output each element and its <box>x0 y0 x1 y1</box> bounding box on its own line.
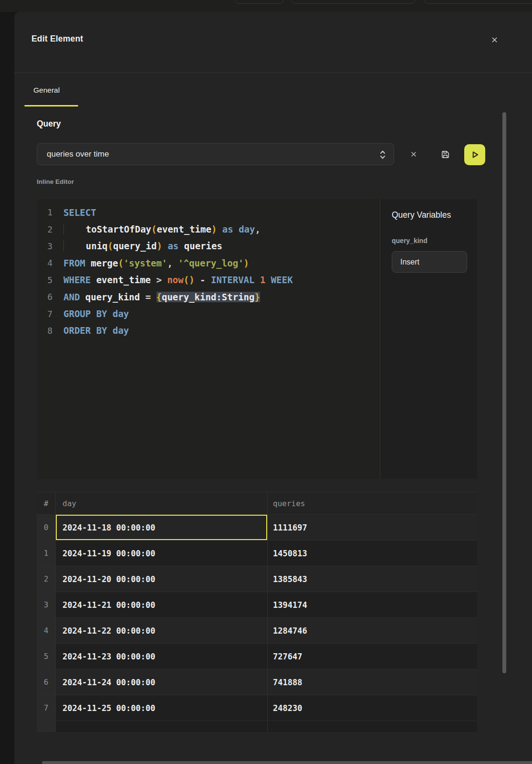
queries-cell[interactable]: 1450813 <box>267 541 477 566</box>
active-tab-underline <box>24 105 78 106</box>
close-icon <box>490 36 499 44</box>
inline-editor-label: Inline Editor <box>37 178 74 185</box>
insert-variable-button[interactable]: Insert <box>392 251 467 273</box>
table-row: 72024-11-25 00:00:00248230 <box>37 695 477 721</box>
row-index-cell[interactable]: 5 <box>37 644 56 669</box>
header-divider <box>14 73 532 73</box>
vertical-scrollbar-thumb[interactable] <box>502 112 506 673</box>
code-line[interactable]: 8ORDER BY day <box>37 322 380 339</box>
line-number: 7 <box>37 309 52 319</box>
code-line[interactable]: 6AND query_kind = {query_kind:String} <box>37 288 380 305</box>
code-line[interactable]: 5WHERE event_time > now() - INTERVAL 1 W… <box>37 272 380 288</box>
results-table: # day queries 02024-11-18 00:00:00111169… <box>37 492 477 732</box>
day-cell[interactable]: 2024-11-20 00:00:00 <box>56 566 267 592</box>
footer-queries <box>267 721 477 732</box>
inline-editor-panel: 1SELECT2 toStartOfDay(event_time) as day… <box>37 199 477 479</box>
queries-cell[interactable]: 727647 <box>267 644 477 669</box>
day-cell[interactable]: 2024-11-21 00:00:00 <box>56 592 267 617</box>
app-root: { "colors": { "accent_yellow": "#dce24e"… <box>0 0 532 764</box>
tab-label: General <box>33 86 60 95</box>
floppy-disk-icon <box>440 149 451 160</box>
table-row: 02024-11-18 00:00:001111697 <box>37 514 477 540</box>
query-section-heading: Query <box>37 119 61 129</box>
row-index-cell[interactable]: 0 <box>37 515 56 540</box>
clear-query-button[interactable] <box>405 146 422 163</box>
modal-title: Edit Element <box>31 34 83 44</box>
save-query-button[interactable] <box>437 146 454 163</box>
column-header-day: day <box>56 492 267 514</box>
queries-cell[interactable]: 1394174 <box>267 592 477 617</box>
run-query-button[interactable] <box>464 144 485 165</box>
queries-cell[interactable]: 1385843 <box>267 566 477 592</box>
column-header-index: # <box>37 492 56 514</box>
row-index-cell[interactable]: 1 <box>37 541 56 566</box>
query-select[interactable]: queries over time <box>37 143 394 165</box>
table-row: 42024-11-22 00:00:001284746 <box>37 617 477 643</box>
column-header-queries: queries <box>267 492 477 514</box>
line-number: 4 <box>37 258 52 268</box>
play-icon <box>469 149 481 161</box>
clear-x-icon <box>410 150 417 158</box>
code-line[interactable]: 3 uniq(query_id) as queries <box>37 238 380 255</box>
row-index-cell[interactable]: 2 <box>37 566 56 592</box>
row-index-cell[interactable]: 6 <box>37 669 56 695</box>
table-row: 12024-11-19 00:00:001450813 <box>37 540 477 566</box>
close-button[interactable] <box>488 33 501 46</box>
day-cell[interactable]: 2024-11-24 00:00:00 <box>56 669 267 695</box>
table-row: 52024-11-23 00:00:00727647 <box>37 643 477 669</box>
code-line[interactable]: 7GROUP BY day <box>37 305 380 322</box>
table-footer-strip <box>37 721 477 732</box>
queries-cell[interactable]: 248230 <box>267 695 477 721</box>
line-number: 8 <box>37 326 52 336</box>
queries-cell[interactable]: 1111697 <box>267 515 477 540</box>
line-number: 1 <box>37 207 52 217</box>
query-variables-panel: Query Variables query_kind Insert <box>380 199 477 479</box>
variable-name-label: query_kind <box>392 237 467 244</box>
code-line[interactable]: 2 toStartOfDay(event_time) as day, <box>37 221 380 237</box>
up-down-chevron-icon <box>379 149 386 160</box>
queries-cell[interactable]: 741888 <box>267 669 477 695</box>
day-cell[interactable]: 2024-11-25 00:00:00 <box>56 695 267 721</box>
day-cell[interactable]: 2024-11-19 00:00:00 <box>56 541 267 566</box>
line-number: 6 <box>37 292 52 302</box>
code-line[interactable]: 4FROM merge('system', '^query_log') <box>37 255 380 271</box>
row-index-cell[interactable]: 4 <box>37 618 56 643</box>
edit-element-modal: Edit Element General Query queries over … <box>14 12 532 764</box>
query-variables-title: Query Variables <box>392 210 467 220</box>
line-number: 3 <box>37 241 52 251</box>
table-row: 32024-11-21 00:00:001394174 <box>37 592 477 617</box>
table-row: 22024-11-20 00:00:001385843 <box>37 566 477 592</box>
line-number: 5 <box>37 275 52 285</box>
topbar-button-2[interactable] <box>292 0 415 4</box>
row-index-cell[interactable]: 7 <box>37 695 56 721</box>
topbar-button-3[interactable] <box>424 0 532 4</box>
query-select-value: queries over time <box>47 149 109 159</box>
day-cell[interactable]: 2024-11-23 00:00:00 <box>56 644 267 669</box>
queries-cell[interactable]: 1284746 <box>267 618 477 643</box>
footer-gutter <box>37 721 56 732</box>
results-table-header: # day queries <box>37 492 477 514</box>
background-topbar <box>0 0 532 12</box>
row-index-cell[interactable]: 3 <box>37 592 56 617</box>
code-line[interactable]: 1SELECT <box>37 204 380 221</box>
day-cell[interactable]: 2024-11-22 00:00:00 <box>56 618 267 643</box>
line-number: 2 <box>37 224 52 234</box>
horizontal-scrollbar-thumb[interactable] <box>42 761 532 764</box>
sql-code-editor[interactable]: 1SELECT2 toStartOfDay(event_time) as day… <box>37 199 380 479</box>
table-row: 62024-11-24 00:00:00741888 <box>37 669 477 695</box>
footer-day <box>56 721 267 732</box>
topbar-button-1[interactable] <box>235 0 283 4</box>
day-cell-selected[interactable]: 2024-11-18 00:00:00 <box>56 515 267 540</box>
tab-general[interactable]: General <box>33 86 60 105</box>
